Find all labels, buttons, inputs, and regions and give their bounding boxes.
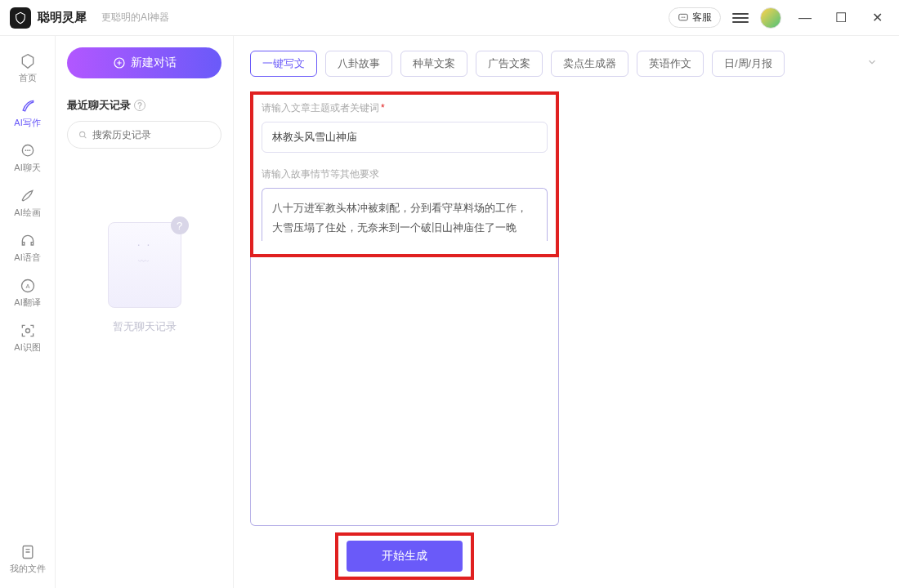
chevron-down-icon [866, 56, 878, 68]
detail-label: 请输入故事情节等其他要求 [262, 167, 548, 181]
tag-label: 日/周/月报 [724, 56, 772, 71]
generate-label: 开始生成 [382, 549, 427, 562]
left-nav: 首页 AI写作 AI聊天 AI绘画 AI语音 A AI翻译 AI识图 [0, 36, 56, 588]
svg-point-10 [25, 329, 29, 333]
help-icon[interactable]: ? [134, 100, 145, 111]
app-tagline: 更聪明的AI神器 [101, 11, 169, 24]
tag-label: 广告文案 [488, 56, 530, 71]
main-area: 一键写文 八卦故事 种草文案 广告文案 卖点生成器 英语作文 日/周/月报 请输… [234, 36, 899, 588]
nav-home[interactable]: 首页 [5, 46, 51, 91]
feather-icon [19, 97, 37, 115]
nav-ai-voice[interactable]: AI语音 [5, 225, 51, 270]
nav-label: 首页 [19, 72, 37, 84]
highlight-box-generate: 开始生成 [335, 532, 474, 580]
scan-icon [19, 322, 37, 340]
nav-label: 我的文件 [10, 563, 46, 575]
globe-a-icon: A [19, 277, 37, 295]
detail-textarea[interactable] [261, 265, 548, 517]
history-search-input[interactable] [92, 129, 211, 140]
chat-bubble-icon [678, 12, 689, 24]
tag-one-click-write[interactable]: 一键写文 [250, 51, 317, 77]
recent-title-row: 最近聊天记录 ? [67, 98, 221, 113]
topic-input[interactable] [262, 122, 548, 153]
nav-ai-draw[interactable]: AI绘画 [5, 180, 51, 225]
svg-text:A: A [25, 283, 29, 290]
highlight-box-inputs: 请输入文章主题或者关键词* 请输入故事情节等其他要求 八十万进军教头林冲被刺配，… [250, 91, 559, 257]
tag-label: 卖点生成器 [563, 56, 616, 71]
svg-point-2 [682, 16, 683, 17]
new-chat-button[interactable]: 新建对话 [67, 47, 221, 78]
app-logo-icon [10, 7, 31, 29]
window-close-button[interactable]: ✕ [865, 10, 889, 25]
empty-illustration: ? · ·﹏ [108, 222, 181, 308]
tag-ad-copy[interactable]: 广告文案 [476, 51, 543, 77]
nav-my-files[interactable]: 我的文件 [5, 537, 51, 581]
search-icon [78, 129, 87, 140]
empty-history-text: 暂无聊天记录 [113, 319, 177, 334]
generate-button[interactable]: 开始生成 [347, 541, 463, 572]
nav-label: AI识图 [14, 341, 40, 354]
svg-point-6 [27, 149, 29, 151]
nav-label: AI绘画 [14, 207, 40, 219]
app-name: 聪明灵犀 [38, 10, 87, 25]
chat-icon [19, 142, 37, 160]
file-icon [19, 543, 37, 561]
tag-report[interactable]: 日/周/月报 [712, 51, 785, 77]
tag-selling-point[interactable]: 卖点生成器 [551, 51, 628, 77]
window-minimize-button[interactable]: — [793, 11, 817, 25]
empty-history: ? · ·﹏ 暂无聊天记录 [67, 222, 221, 334]
question-badge-icon: ? [171, 216, 189, 234]
svg-point-5 [25, 149, 26, 151]
tag-label: 一键写文 [262, 56, 305, 71]
topic-label: 请输入文章主题或者关键词* [262, 101, 548, 115]
tag-grass-copy[interactable]: 种草文案 [400, 51, 467, 77]
tag-label: 英语作文 [649, 56, 691, 71]
topic-label-text: 请输入文章主题或者关键词 [262, 102, 379, 114]
menu-button[interactable] [732, 13, 749, 23]
tag-label: 八卦故事 [338, 56, 380, 71]
customer-service-label: 客服 [692, 11, 712, 24]
history-panel: 新建对话 最近聊天记录 ? ? · ·﹏ 暂无聊天记录 [56, 36, 234, 588]
user-avatar[interactable] [760, 7, 781, 29]
nav-ai-write[interactable]: AI写作 [5, 91, 51, 136]
tag-gossip-story[interactable]: 八卦故事 [325, 51, 392, 77]
svg-point-13 [80, 131, 85, 136]
nav-label: AI写作 [14, 117, 40, 129]
nav-ai-chat[interactable]: AI聊天 [5, 136, 51, 180]
nav-label: AI语音 [14, 252, 40, 264]
tags-expand-button[interactable] [860, 56, 884, 71]
template-tag-row: 一键写文 八卦故事 种草文案 广告文案 卖点生成器 英语作文 日/周/月报 [250, 51, 884, 77]
title-bar: 聪明灵犀 更聪明的AI神器 客服 — ☐ ✕ [0, 0, 899, 36]
window-maximize-button[interactable]: ☐ [829, 10, 853, 25]
nav-label: AI翻译 [14, 296, 40, 309]
new-chat-label: 新建对话 [131, 56, 177, 70]
svg-point-1 [682, 16, 682, 17]
nav-ai-translate[interactable]: A AI翻译 [5, 270, 51, 315]
recent-title: 最近聊天记录 [67, 98, 131, 113]
history-search[interactable] [67, 121, 221, 149]
hexagon-icon [19, 52, 37, 70]
svg-point-3 [684, 16, 685, 17]
tag-english-essay[interactable]: 英语作文 [637, 51, 704, 77]
app-logo-group: 聪明灵犀 更聪明的AI神器 [10, 7, 169, 29]
nav-label: AI聊天 [14, 162, 40, 174]
detail-textarea-preview: 八十万进军教头林冲被刺配，分到看守草料场的工作，大雪压塌了住处，无奈来到一个破旧… [272, 198, 537, 238]
nav-ai-image-rec[interactable]: AI识图 [5, 315, 51, 360]
plus-circle-icon [113, 56, 126, 69]
svg-point-7 [29, 149, 30, 151]
brush-icon [19, 187, 37, 205]
tag-label: 种草文案 [413, 56, 455, 71]
customer-service-button[interactable]: 客服 [669, 7, 721, 28]
headphones-icon [19, 232, 37, 250]
